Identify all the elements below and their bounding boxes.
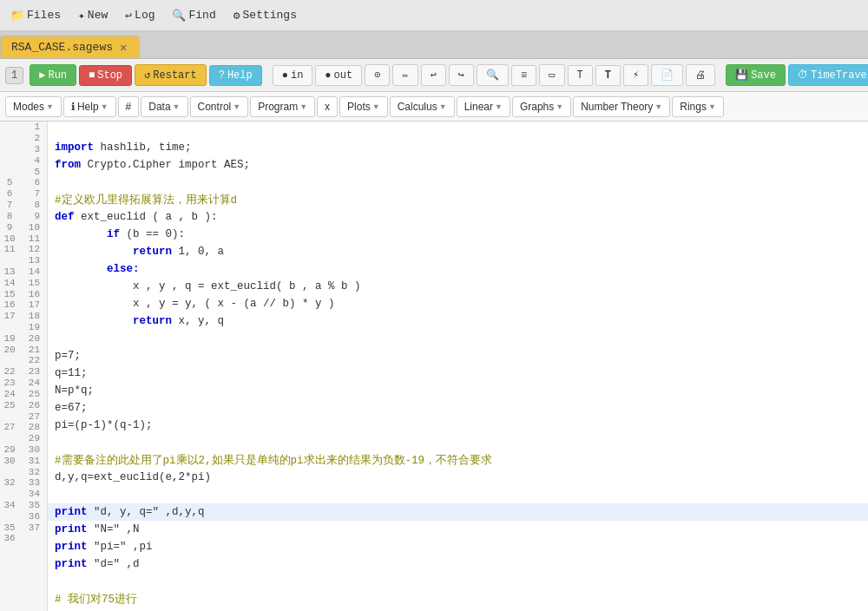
cell-number: 1: [11, 69, 17, 82]
exec-number: 14: [0, 278, 17, 288]
code-line[interactable]: N=p*q;: [48, 382, 868, 399]
line-number-row: 4: [0, 154, 47, 166]
doc-button[interactable]: 📄: [651, 64, 683, 86]
bold-button[interactable]: T: [595, 65, 621, 86]
run-button[interactable]: ▶ Run: [30, 64, 76, 86]
redo-button[interactable]: ↪: [449, 64, 474, 86]
line-number-row: 36: [0, 510, 47, 522]
graphs-caret: ▼: [556, 102, 563, 111]
code-line[interactable]: else:: [48, 260, 868, 278]
line-number-row: 78: [0, 200, 47, 211]
line-number-row: 89: [0, 211, 47, 222]
lightning-button[interactable]: ⚡: [623, 64, 648, 86]
code-line[interactable]: return 1, 0, a: [48, 243, 868, 260]
line-number: 15: [17, 278, 45, 288]
exec-number: 9: [0, 222, 17, 233]
out-button[interactable]: ● out: [315, 65, 362, 86]
format-button[interactable]: ≡: [511, 65, 536, 86]
nav-files[interactable]: 📁 Files: [3, 6, 68, 25]
code-line[interactable]: import hashlib, time;: [48, 139, 868, 156]
nav-log[interactable]: ↩ Log: [118, 6, 161, 25]
code-container[interactable]: 1234556677889910101111121313141415151616…: [0, 122, 868, 611]
code-line[interactable]: def ext_euclid ( a , b ):: [48, 208, 868, 226]
calculus-menu[interactable]: Calculus ▼: [390, 96, 455, 117]
stop-label: Stop: [97, 69, 122, 82]
line-number: 2: [17, 133, 45, 143]
rings-menu[interactable]: Rings ▼: [672, 96, 724, 117]
code-line[interactable]: print "pi=" ,pi: [48, 538, 868, 555]
code-line[interactable]: #需要备注的此处用了pi乘以2,如果只是单纯的pi求出来的结果为负数-19，不符…: [48, 451, 868, 469]
help-button[interactable]: ? Help: [209, 65, 262, 86]
x-menu[interactable]: x: [317, 96, 338, 117]
data-menu[interactable]: Data ▼: [141, 96, 187, 117]
search-button[interactable]: 🔍: [477, 64, 509, 86]
box-button[interactable]: ▭: [539, 64, 564, 86]
code-line[interactable]: # 我们对75进行: [48, 590, 868, 608]
nav-find[interactable]: 🔍 Find: [165, 6, 222, 25]
code-line[interactable]: [48, 122, 868, 139]
help-icon: ?: [219, 69, 225, 82]
code-line[interactable]: print "d=" ,d: [48, 555, 868, 573]
graphs-menu[interactable]: Graphs ▼: [512, 96, 571, 117]
code-line[interactable]: print "d, y, q=" ,d,y,q: [48, 503, 868, 521]
data-caret: ▼: [173, 102, 181, 111]
line-number: 29: [17, 433, 45, 443]
code-line[interactable]: p=7;: [48, 347, 868, 365]
hash-menu[interactable]: #: [118, 96, 140, 117]
code-line[interactable]: return x, y, q: [48, 312, 868, 330]
text-button[interactable]: T: [568, 65, 593, 86]
exec-number: 19: [0, 333, 17, 344]
line-number-row: 29: [0, 433, 47, 444]
plots-menu[interactable]: Plots ▼: [339, 96, 388, 117]
code-line[interactable]: x , y = y, ( x - (a // b) * y ): [48, 295, 868, 312]
tab-close-button[interactable]: ✕: [118, 40, 128, 55]
code-line[interactable]: [48, 174, 868, 191]
circle-button[interactable]: ⊙: [365, 64, 390, 86]
program-caret: ▼: [299, 102, 307, 111]
line-number: 7: [17, 188, 45, 199]
code-line[interactable]: [48, 608, 868, 611]
save-button[interactable]: 💾 Save: [726, 64, 786, 86]
print-button[interactable]: 🖨: [686, 64, 715, 86]
exec-number: 17: [0, 311, 17, 321]
cell-indicator: 1: [5, 67, 23, 84]
nav-new[interactable]: ✦ New: [71, 6, 115, 25]
exec-number: 10: [0, 233, 17, 244]
code-line[interactable]: [48, 330, 868, 347]
pencil-button[interactable]: ✏: [392, 64, 418, 86]
help-menu-icon: ℹ: [71, 101, 76, 113]
new-label: New: [88, 9, 108, 22]
code-line[interactable]: e=67;: [48, 399, 868, 417]
nav-settings[interactable]: ⚙ Settings: [227, 6, 304, 25]
program-menu[interactable]: Program ▼: [250, 96, 315, 117]
code-area[interactable]: import hashlib, time;from Crypto.Cipher …: [48, 122, 868, 611]
code-line[interactable]: print "N=" ,N: [48, 521, 868, 538]
line-number: 19: [17, 322, 45, 332]
line-number-row: 5: [0, 166, 47, 177]
restart-button[interactable]: ↺ Restart: [135, 64, 207, 86]
code-line[interactable]: from Crypto.Cipher import AES;: [48, 156, 868, 174]
linear-label: Linear: [464, 101, 493, 113]
undo-button[interactable]: ↩: [421, 64, 446, 86]
code-line[interactable]: q=11;: [48, 365, 868, 382]
control-menu[interactable]: Control ▼: [190, 96, 249, 117]
stop-button[interactable]: ■ Stop: [79, 65, 132, 86]
tab-rsa-case[interactable]: RSA_CASE.sagews ✕: [0, 36, 140, 58]
in-button[interactable]: ● in: [273, 65, 313, 86]
timetravel-button[interactable]: ⏱ TimeTravel: [788, 64, 868, 86]
code-line[interactable]: d,y,q=ext_euclid(e,2*pi): [48, 469, 868, 486]
numtheory-menu[interactable]: Number Theory ▼: [573, 96, 670, 117]
code-line[interactable]: [48, 573, 868, 590]
code-line[interactable]: pi=(p-1)*(q-1);: [48, 417, 868, 434]
linear-menu[interactable]: Linear ▼: [457, 96, 510, 117]
modes-menu[interactable]: Modes ▼: [5, 96, 62, 117]
line-number: 10: [17, 222, 45, 233]
code-line[interactable]: x , y , q = ext_euclid( b , a % b ): [48, 278, 868, 295]
code-line[interactable]: [48, 434, 868, 451]
code-line[interactable]: if (b == 0):: [48, 226, 868, 243]
code-line[interactable]: #定义欧几里得拓展算法，用来计算d: [48, 191, 868, 208]
exec-number: 11: [0, 244, 17, 254]
help-menu[interactable]: ℹ Help ▼: [63, 96, 116, 117]
line-number-row: [0, 555, 47, 567]
code-line[interactable]: [48, 486, 868, 503]
